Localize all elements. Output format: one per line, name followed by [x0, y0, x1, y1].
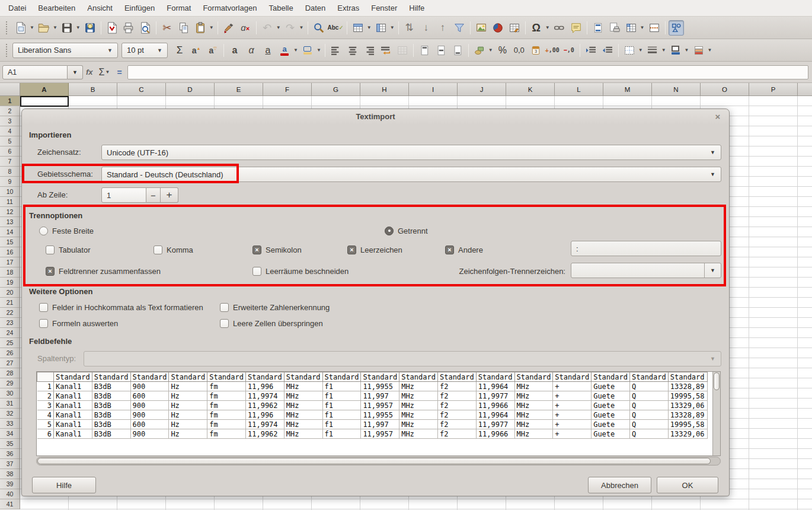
preview-vertical-scrollbar[interactable]: [712, 372, 720, 455]
column-header-p[interactable]: P: [749, 83, 798, 96]
chevron-down-icon[interactable]: ▼: [293, 47, 298, 53]
date-format-button[interactable]: 3: [528, 43, 544, 58]
column-header-c[interactable]: C: [117, 83, 166, 96]
row-header-32[interactable]: 32: [0, 409, 20, 419]
insert-row-button[interactable]: [350, 20, 366, 36]
chevron-down-icon[interactable]: ▼: [705, 171, 721, 177]
special-character-button[interactable]: Ω: [529, 20, 544, 36]
preview-table[interactable]: StandardStandardStandardStandardStandard…: [37, 372, 708, 439]
preview-horizontal-scrollbar[interactable]: [36, 457, 721, 466]
row-header-33[interactable]: 33: [0, 419, 20, 429]
chevron-down-icon[interactable]: ▼: [685, 47, 689, 53]
checkbox-icon[interactable]: [220, 303, 229, 312]
draw-functions-button[interactable]: [669, 20, 684, 36]
column-header-o[interactable]: O: [701, 83, 749, 96]
add-decimal-button[interactable]: +,00: [545, 43, 560, 58]
checkbox-icon[interactable]: [220, 319, 229, 328]
align-middle-button[interactable]: [433, 43, 449, 58]
find-replace-button[interactable]: [311, 20, 327, 36]
insert-chart-button[interactable]: [490, 20, 506, 36]
charset-select[interactable]: Unicode (UTF-16) ▼: [101, 145, 721, 160]
italic-button[interactable]: α: [244, 43, 259, 58]
font-size-select[interactable]: 10 pt ▼: [122, 43, 168, 58]
row-header-16[interactable]: 16: [0, 247, 20, 257]
open-file-button[interactable]: [36, 20, 52, 36]
export-pdf-button[interactable]: [104, 20, 120, 36]
border-style-button[interactable]: [645, 43, 660, 58]
preview-column-header-17[interactable]: Standard: [668, 372, 707, 382]
underline-button[interactable]: a: [260, 43, 276, 58]
print-area-button[interactable]: [607, 20, 622, 36]
chevron-down-icon[interactable]: ▼: [103, 47, 117, 53]
row-header-18[interactable]: 18: [0, 267, 20, 278]
column-headers[interactable]: ABCDEFGHIJKLMNOP: [20, 83, 812, 96]
row-header-28[interactable]: 28: [0, 368, 20, 378]
fixed-width-radio[interactable]: Feste Breite: [39, 226, 94, 235]
sum-button[interactable]: Σ: [172, 43, 187, 58]
chevron-down-icon[interactable]: ▼: [704, 263, 721, 278]
chevron-down-icon[interactable]: ▼: [367, 25, 372, 30]
borders-button[interactable]: [622, 43, 637, 58]
clear-formatting-button[interactable]: ɑ×: [238, 20, 253, 36]
row-header-29[interactable]: 29: [0, 378, 20, 388]
row-header-38[interactable]: 38: [0, 469, 20, 479]
row-header-10[interactable]: 10: [0, 187, 20, 197]
sort-descending-button[interactable]: ↑: [435, 20, 450, 36]
sort-button[interactable]: ⇅: [402, 20, 417, 36]
print-button[interactable]: [121, 20, 136, 36]
menu-item-fenster[interactable]: Fenster: [365, 0, 403, 17]
currency-format-button[interactable]: [472, 43, 487, 58]
chevron-down-icon[interactable]: ▼: [390, 25, 395, 30]
checkbox-icon[interactable]: ×: [347, 246, 356, 254]
row-header-3[interactable]: 3: [0, 116, 20, 126]
row-header-15[interactable]: 15: [0, 237, 20, 247]
merge-delimiters-checkbox[interactable]: × Feldtrenner zusammenfassen: [46, 266, 161, 276]
preview-column-header-8[interactable]: Standard: [322, 372, 361, 382]
checkbox-icon[interactable]: ×: [445, 246, 454, 254]
row-header-1[interactable]: 1: [0, 96, 20, 106]
new-document-button[interactable]: [13, 20, 28, 36]
preview-column-header-2[interactable]: Standard: [92, 372, 130, 382]
preview-column-header-4[interactable]: Standard: [169, 372, 207, 382]
menu-item-tabelle[interactable]: Tabelle: [263, 0, 299, 17]
row-header-37[interactable]: 37: [0, 459, 20, 469]
split-window-button[interactable]: [647, 20, 662, 36]
chevron-down-icon[interactable]: ▼: [638, 47, 643, 53]
highlight-color-button[interactable]: [300, 43, 315, 58]
menu-item-bearbeiten[interactable]: Bearbeiten: [32, 0, 81, 17]
row-header-22[interactable]: 22: [0, 308, 20, 318]
clone-formatting-button[interactable]: [221, 20, 236, 36]
other-separator-input[interactable]: :: [571, 241, 721, 256]
column-header-b[interactable]: B: [69, 83, 117, 96]
row-header-31[interactable]: 31: [0, 399, 20, 409]
import-preview[interactable]: StandardStandardStandardStandardStandard…: [36, 371, 721, 456]
align-bottom-button[interactable]: [450, 43, 465, 58]
delete-decimal-button[interactable]: −,0: [561, 43, 577, 58]
column-header-e[interactable]: E: [215, 83, 263, 96]
row-header-17[interactable]: 17: [0, 257, 20, 267]
wrap-text-button[interactable]: [378, 43, 394, 58]
preview-column-header-5[interactable]: Standard: [207, 372, 246, 382]
insert-column-button[interactable]: [373, 20, 389, 36]
font-color-button[interactable]: a: [277, 43, 292, 58]
space-checkbox[interactable]: × Leerzeichen: [347, 245, 402, 254]
column-header-j[interactable]: J: [458, 83, 506, 96]
paste-button[interactable]: [193, 20, 208, 36]
row-headers[interactable]: 1234567891011121314151617181920212223242…: [0, 96, 20, 510]
row-header-23[interactable]: 23: [0, 318, 20, 328]
name-box-dropdown-button[interactable]: ▼: [68, 65, 83, 79]
row-header-21[interactable]: 21: [0, 298, 20, 308]
semicolon-checkbox[interactable]: × Semikolon: [252, 245, 302, 254]
chevron-down-icon[interactable]: ▼: [152, 47, 167, 53]
column-header-k[interactable]: K: [506, 83, 555, 96]
from-row-increment-button[interactable]: +: [161, 187, 178, 203]
delimited-radio[interactable]: Getrennt: [385, 226, 428, 235]
align-top-button[interactable]: [417, 43, 432, 58]
cut-button[interactable]: ✂: [159, 20, 175, 36]
row-header-5[interactable]: 5: [0, 136, 20, 146]
autofilter-button[interactable]: [452, 20, 467, 36]
menu-item-formatvorlagen[interactable]: Formatvorlagen: [197, 0, 263, 17]
align-right-button[interactable]: [362, 43, 377, 58]
sort-ascending-button[interactable]: ↓: [418, 20, 434, 36]
row-header-6[interactable]: 6: [0, 146, 20, 157]
